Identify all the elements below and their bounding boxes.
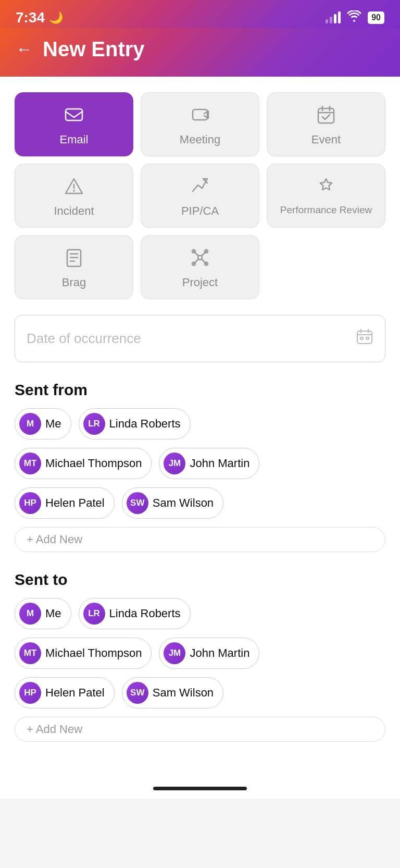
project-icon <box>190 247 210 271</box>
name-to-sam: Sam Wilson <box>153 686 214 700</box>
name-linda: Linda Roberts <box>109 417 181 431</box>
entry-type-performance-review[interactable]: Performance Review <box>267 164 385 228</box>
email-icon <box>64 104 84 128</box>
name-john: John Martin <box>190 457 249 470</box>
sent-to-me[interactable]: M Me <box>15 598 71 629</box>
sent-to-label: Sent to <box>15 571 385 589</box>
meeting-label: Meeting <box>180 133 220 146</box>
svg-rect-11 <box>366 337 369 339</box>
calendar-icon <box>356 328 373 349</box>
avatar-me: M <box>19 413 41 435</box>
avatar-john: JM <box>164 453 185 474</box>
add-new-to-label: + Add New <box>27 723 82 736</box>
page-header: ← New Entry <box>0 28 400 77</box>
signal-icon <box>326 12 341 23</box>
entry-type-email[interactable]: Email <box>15 92 133 156</box>
name-to-john: John Martin <box>190 646 249 660</box>
date-placeholder: Date of occurrence <box>27 331 141 347</box>
pipca-label: PIP/CA <box>181 204 219 218</box>
name-to-me: Me <box>45 607 61 620</box>
svg-rect-1 <box>193 109 207 120</box>
wifi-icon <box>347 10 361 25</box>
entry-type-project[interactable]: Project <box>141 235 259 299</box>
entry-type-brag[interactable]: Brag <box>15 235 133 299</box>
status-bar: 7:34 🌙 90 <box>0 0 400 28</box>
incident-icon <box>64 176 84 199</box>
sent-to-chips-row-1: M Me LR Linda Roberts <box>15 598 385 629</box>
svg-rect-0 <box>66 109 82 120</box>
sent-to-linda[interactable]: LR Linda Roberts <box>79 598 191 629</box>
entry-type-event[interactable]: Event <box>267 92 385 156</box>
battery-level: 90 <box>371 13 381 22</box>
add-new-from-label: + Add New <box>27 533 82 546</box>
avatar-to-linda: LR <box>83 603 105 625</box>
brag-label: Brag <box>62 276 86 289</box>
avatar-to-helen: HP <box>19 682 41 704</box>
avatar-to-john: JM <box>164 642 185 664</box>
email-label: Email <box>59 133 88 146</box>
avatar-sam: SW <box>127 492 148 514</box>
svg-rect-10 <box>360 337 363 339</box>
sent-from-label: Sent from <box>15 381 385 399</box>
meeting-icon <box>190 104 210 128</box>
avatar-to-sam: SW <box>127 682 148 704</box>
sent-from-section: Sent from M Me LR Linda Roberts MT Micha… <box>15 381 385 552</box>
main-content: Email Meeting Event <box>0 77 400 776</box>
entry-type-incident[interactable]: Incident <box>15 164 133 228</box>
page-title: New Entry <box>43 38 145 61</box>
project-label: Project <box>182 276 218 289</box>
sent-to-michael[interactable]: MT Michael Thompson <box>15 638 152 669</box>
name-to-helen: Helen Patel <box>45 686 105 700</box>
sent-to-chips-row-2: MT Michael Thompson JM John Martin <box>15 638 385 669</box>
sent-to-chips-row-3: HP Helen Patel SW Sam Wilson <box>15 677 385 708</box>
entry-type-meeting[interactable]: Meeting <box>141 92 259 156</box>
svg-rect-9 <box>357 331 372 344</box>
sent-to-helen[interactable]: HP Helen Patel <box>15 677 115 708</box>
status-time: 7:34 🌙 <box>16 9 63 26</box>
date-input[interactable]: Date of occurrence <box>15 315 385 362</box>
performance-review-label: Performance Review <box>280 204 372 216</box>
sent-to-section: Sent to M Me LR Linda Roberts MT Michael… <box>15 571 385 742</box>
name-to-linda: Linda Roberts <box>109 607 181 620</box>
avatar-michael: MT <box>19 453 41 474</box>
name-helen: Helen Patel <box>45 496 105 510</box>
avatar-helen: HP <box>19 492 41 514</box>
avatar-to-me: M <box>19 603 41 625</box>
svg-point-4 <box>198 255 202 260</box>
svg-rect-2 <box>318 108 334 123</box>
name-to-michael: Michael Thompson <box>45 646 142 660</box>
entry-type-pipca[interactable]: PIP/CA <box>141 164 259 228</box>
sent-from-me[interactable]: M Me <box>15 408 71 439</box>
status-right-icons: 90 <box>326 10 384 25</box>
sent-from-john[interactable]: JM John Martin <box>159 448 259 479</box>
sent-to-john[interactable]: JM John Martin <box>159 638 259 669</box>
sent-from-linda[interactable]: LR Linda Roberts <box>79 408 191 439</box>
sent-to-sam[interactable]: SW Sam Wilson <box>122 677 223 708</box>
moon-icon: 🌙 <box>49 11 63 25</box>
home-indicator <box>153 787 247 790</box>
event-icon <box>316 104 336 128</box>
pipca-icon <box>190 176 210 199</box>
sent-from-sam[interactable]: SW Sam Wilson <box>122 487 223 519</box>
entry-type-grid: Email Meeting Event <box>15 92 385 299</box>
event-label: Event <box>311 133 341 146</box>
sent-from-michael[interactable]: MT Michael Thompson <box>15 448 152 479</box>
sent-from-helen[interactable]: HP Helen Patel <box>15 487 115 519</box>
performance-icon <box>316 176 336 199</box>
avatar-to-michael: MT <box>19 642 41 664</box>
bottom-bar <box>0 776 400 799</box>
sent-from-add-new[interactable]: + Add New <box>15 527 385 552</box>
avatar-linda: LR <box>83 413 105 435</box>
time-display: 7:34 <box>16 9 45 26</box>
name-michael: Michael Thompson <box>45 457 142 470</box>
name-me: Me <box>45 417 61 431</box>
sent-to-add-new[interactable]: + Add New <box>15 717 385 742</box>
brag-icon <box>64 247 84 271</box>
name-sam: Sam Wilson <box>153 496 214 510</box>
incident-label: Incident <box>54 204 94 218</box>
back-button[interactable]: ← <box>16 40 32 59</box>
sent-from-chips-row-1: M Me LR Linda Roberts <box>15 408 385 439</box>
sent-from-chips-row-3: HP Helen Patel SW Sam Wilson <box>15 487 385 519</box>
sent-from-chips-row-2: MT Michael Thompson JM John Martin <box>15 448 385 479</box>
battery-icon: 90 <box>368 11 384 24</box>
